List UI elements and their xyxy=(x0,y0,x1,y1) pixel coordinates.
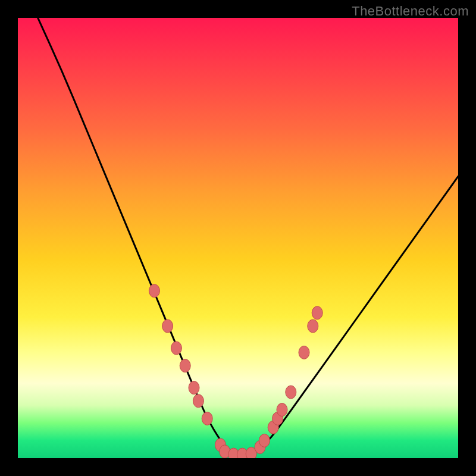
data-marker xyxy=(228,448,239,458)
data-marker xyxy=(180,359,190,372)
data-marker xyxy=(273,412,283,425)
data-marker xyxy=(299,346,309,359)
data-marker xyxy=(202,412,212,425)
data-marker xyxy=(308,320,318,333)
data-marker xyxy=(268,421,278,434)
data-marker xyxy=(171,342,181,355)
chart-overlay xyxy=(18,18,458,458)
data-marker xyxy=(286,386,296,399)
data-marker xyxy=(255,441,265,454)
chart-frame: TheBottleneck.com xyxy=(0,0,476,476)
data-marker xyxy=(220,445,230,458)
data-marker xyxy=(162,320,173,333)
data-marker xyxy=(246,447,256,458)
data-marker xyxy=(193,394,203,408)
data-marker xyxy=(215,439,226,452)
data-marker xyxy=(149,284,159,298)
data-marker xyxy=(277,403,287,416)
data-marker xyxy=(312,306,322,320)
data-marker xyxy=(189,381,199,394)
bottleneck-curve xyxy=(18,18,458,456)
marker-group xyxy=(149,284,322,458)
data-marker xyxy=(259,434,270,447)
data-marker xyxy=(237,448,248,458)
watermark-text: TheBottleneck.com xyxy=(352,4,469,19)
plot-area xyxy=(18,18,458,458)
